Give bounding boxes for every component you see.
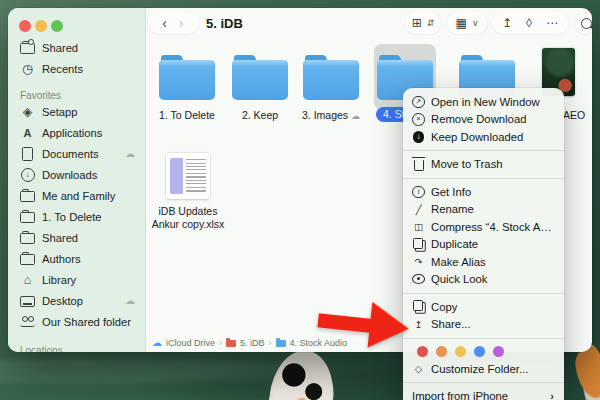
view-options-button[interactable]: ⊞ ⇵ xyxy=(405,12,441,34)
sidebar-item-shared[interactable]: Shared xyxy=(16,37,139,58)
folder-label[interactable]: 1. To Delete xyxy=(159,109,215,121)
menu-separator xyxy=(403,338,564,339)
sidebar-item-authors[interactable]: Authors xyxy=(16,248,139,269)
sidebar-item-setapp[interactable]: ◈ Setapp xyxy=(16,101,139,122)
sidebar-item-me-and-family[interactable]: Me and Family xyxy=(16,185,139,206)
sidebar: Shared ◷ Recents Favorites ◈ Setapp A Ap… xyxy=(8,8,146,352)
sidebar-item-label: Library xyxy=(42,274,76,286)
tag-color-red[interactable] xyxy=(417,346,428,357)
blue-folder-icon xyxy=(276,340,286,347)
cloud-icon: ☁ xyxy=(125,148,139,159)
shared-folder-icon xyxy=(20,41,35,54)
desktop-icon xyxy=(20,295,35,307)
compress-icon: ◫ xyxy=(412,221,425,232)
menu-item-open-in-new-window[interactable]: ↗ Open in New Window xyxy=(403,93,564,111)
menu-item-import-from-iphone[interactable]: Import from iPhone › xyxy=(403,388,564,400)
menu-item-copy[interactable]: Copy xyxy=(403,298,564,316)
menu-item-customize-folder[interactable]: ◇ Customize Folder... xyxy=(403,360,564,378)
more-options-icon[interactable]: ⋯ xyxy=(546,16,558,30)
copy-icon xyxy=(412,302,425,311)
folder-1-to-delete[interactable] xyxy=(159,60,215,100)
folder-icon xyxy=(20,231,35,244)
library-icon: ⌂ xyxy=(20,273,35,287)
breadcrumb-separator: › xyxy=(269,338,272,348)
context-menu: ↗ Open in New Window × Remove Download ↓… xyxy=(403,88,564,400)
sidebar-item-our-shared-folder[interactable]: Our Shared folder xyxy=(16,311,139,332)
sidebar-item-label: Desktop xyxy=(42,295,83,307)
close-window-button[interactable] xyxy=(19,20,31,32)
sidebar-item-applications[interactable]: A Applications xyxy=(16,122,139,143)
document-icon xyxy=(20,147,35,161)
tag-color-purple[interactable] xyxy=(493,346,504,357)
cloud-download-icon: ☁ xyxy=(351,111,360,121)
chevron-down-icon: ∨ xyxy=(472,18,479,28)
menu-item-make-alias[interactable]: ↷ Make Alias xyxy=(403,253,564,271)
sidebar-item-label: Authors xyxy=(42,253,81,265)
sidebar-item-shared-2[interactable]: Shared xyxy=(16,227,139,248)
menu-item-remove-download[interactable]: × Remove Download xyxy=(403,111,564,129)
folder-2-keep[interactable] xyxy=(232,60,288,100)
menu-separator xyxy=(403,293,564,294)
folder-label[interactable]: 3. Images ☁ xyxy=(302,109,360,121)
menu-item-share[interactable]: ↥ Share... xyxy=(403,316,564,334)
remove-download-icon: × xyxy=(412,113,425,126)
setapp-icon: ◈ xyxy=(20,104,35,119)
pencil-icon: ╱ xyxy=(412,204,425,215)
sidebar-item-downloads[interactable]: ↓ Downloads xyxy=(16,164,139,185)
downloads-icon: ↓ xyxy=(20,168,35,182)
spreadsheet-file-icon[interactable] xyxy=(166,153,210,199)
folder-icon xyxy=(20,189,35,202)
breadcrumb-icloud-drive[interactable]: iCloud Drive xyxy=(166,338,215,348)
folder-label[interactable]: 2. Keep xyxy=(242,109,278,121)
group-by-button[interactable]: ▦ ∨ xyxy=(447,12,487,34)
sidebar-item-documents[interactable]: Documents ☁ xyxy=(16,143,139,164)
breadcrumb-5-idb[interactable]: 5. iDB xyxy=(240,338,265,348)
folder-3-images[interactable] xyxy=(303,60,359,100)
menu-item-move-to-trash[interactable]: Move to Trash xyxy=(403,156,564,174)
search-button[interactable] xyxy=(575,12,592,34)
zoom-window-button[interactable] xyxy=(51,20,63,32)
trash-icon xyxy=(412,158,425,171)
menu-item-rename[interactable]: ╱ Rename xyxy=(403,201,564,219)
sidebar-item-label: Setapp xyxy=(42,106,77,118)
open-in-new-window-icon: ↗ xyxy=(412,96,425,109)
actions-pill: ↥ ◊ ⋯ xyxy=(492,12,568,34)
up-down-chevrons-icon: ⇵ xyxy=(427,18,435,28)
menu-item-get-info[interactable]: i Get Info xyxy=(403,183,564,201)
menu-item-duplicate[interactable]: Duplicate xyxy=(403,236,564,254)
minimize-window-button[interactable] xyxy=(35,20,47,32)
favorites-section-header: Favorites xyxy=(16,85,139,101)
tag-color-orange[interactable] xyxy=(436,346,447,357)
tag-icon[interactable]: ◊ xyxy=(526,16,532,30)
sidebar-item-label: Our Shared folder xyxy=(42,316,131,328)
people-icon xyxy=(20,317,35,327)
folder-icon xyxy=(20,210,35,223)
share-icon[interactable]: ↥ xyxy=(502,16,512,30)
back-button[interactable]: ‹ xyxy=(162,15,167,31)
sidebar-item-label: Shared xyxy=(42,42,78,54)
keep-downloaded-icon: ↓ xyxy=(412,131,425,143)
annotation-arrow xyxy=(314,296,412,352)
tag-colors-row xyxy=(403,343,564,360)
sidebar-item-label: Downloads xyxy=(42,169,97,181)
tag-color-yellow[interactable] xyxy=(455,346,466,357)
image-label[interactable]: AEO xyxy=(563,109,585,121)
locations-section-header: Locations xyxy=(16,340,139,352)
menu-item-keep-downloaded[interactable]: ↓ Keep Downloaded xyxy=(403,128,564,146)
forward-button[interactable]: › xyxy=(179,15,184,31)
sidebar-item-label: Me and Family xyxy=(42,190,115,202)
tag-color-blue[interactable] xyxy=(474,346,485,357)
search-icon xyxy=(581,18,592,29)
menu-item-compress[interactable]: ◫ Compress “4. Stock Audio” xyxy=(403,218,564,236)
spreadsheet-file-label[interactable]: iDB Updates Ankur copy.xlsx xyxy=(133,205,243,230)
menu-item-quick-look[interactable]: Quick Look xyxy=(403,271,564,289)
sidebar-item-1-to-delete[interactable]: 1. To Delete xyxy=(16,206,139,227)
arrow-tail xyxy=(317,313,372,333)
sidebar-item-label: Recents xyxy=(42,63,83,75)
breadcrumb-separator: › xyxy=(219,338,222,348)
sidebar-item-library[interactable]: ⌂ Library xyxy=(16,269,139,290)
sidebar-item-label: 1. To Delete xyxy=(42,211,102,223)
icloud-icon: ☁ xyxy=(152,337,162,348)
sidebar-item-recents[interactable]: ◷ Recents xyxy=(16,58,139,79)
sidebar-item-desktop[interactable]: Desktop ☁ xyxy=(16,290,139,311)
